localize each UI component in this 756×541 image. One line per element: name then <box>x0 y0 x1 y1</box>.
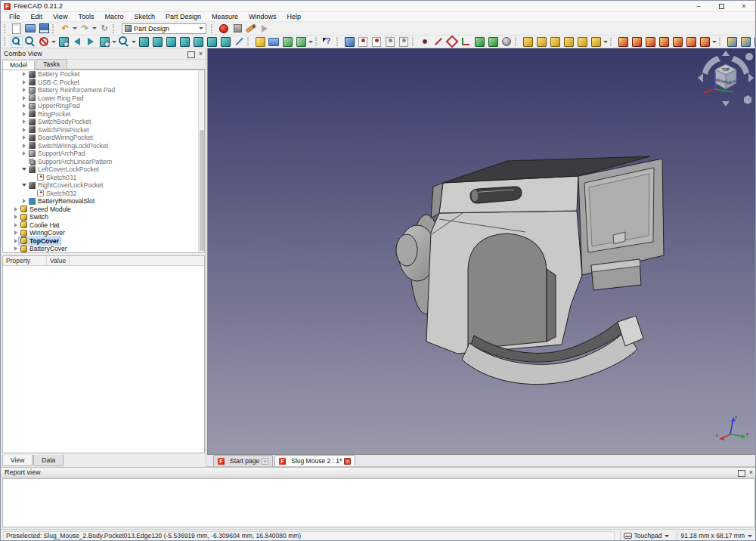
toolbar-handle[interactable] <box>211 24 215 33</box>
datum-point-icon[interactable] <box>419 36 431 48</box>
float-report-icon[interactable] <box>739 470 745 475</box>
tree-item-batterycover[interactable]: BatteryCover <box>3 245 204 253</box>
toolbar-handle[interactable] <box>247 37 251 46</box>
toolbar-handle[interactable] <box>412 37 416 46</box>
nav-style-selector[interactable]: Touchpad <box>624 532 674 539</box>
tree-expander[interactable] <box>20 119 27 124</box>
menu-file[interactable]: File <box>4 13 26 20</box>
view-front-icon[interactable] <box>151 36 163 48</box>
tree-item-supportarchpad[interactable]: SupportArchPad <box>3 150 204 158</box>
toolbar-handle[interactable] <box>719 37 723 46</box>
tree-expander[interactable] <box>20 104 27 108</box>
validate-sketch-icon[interactable] <box>398 36 410 48</box>
tree-item-leftcoverlockpocket[interactable]: LeftCoverLockPocket <box>3 165 204 174</box>
navcube-top-label[interactable]: TOP <box>722 67 730 72</box>
tree-expander[interactable] <box>20 168 27 171</box>
tree-expander[interactable] <box>20 135 27 140</box>
tab-view[interactable]: View <box>2 455 33 466</box>
3d-viewport[interactable]: TOP RIGHT REAR <box>207 48 756 455</box>
workbench-selector[interactable]: Part Design <box>122 23 206 34</box>
toolbar-handle[interactable] <box>4 24 8 33</box>
toolbar-handle[interactable] <box>52 24 56 33</box>
menu-edit[interactable]: Edit <box>26 13 48 20</box>
undo-dropdown[interactable] <box>72 23 78 34</box>
tree-item-seeed-module[interactable]: Seeed Module <box>3 206 204 214</box>
pad-icon[interactable] <box>522 36 534 48</box>
menu-help[interactable]: Help <box>282 13 307 20</box>
tree-item-sketch031[interactable]: Sketch031 <box>3 174 204 182</box>
revolution-icon[interactable] <box>535 36 547 48</box>
tree-expander[interactable] <box>12 207 19 212</box>
tab-model[interactable]: Model <box>2 60 35 70</box>
save-file-icon[interactable] <box>38 23 50 34</box>
tree-item-wiringcover[interactable]: WiringCover <box>3 229 204 237</box>
document-tab-start-page[interactable]: FStart page× <box>213 455 273 466</box>
subtractive-loft-icon[interactable] <box>658 36 670 48</box>
toolbar-handle[interactable] <box>4 37 8 46</box>
tree-item-battery-pocket[interactable]: Battery Pocket <box>3 70 204 79</box>
tree-item-batteryremovalslot[interactable]: BatteryRemovalSlot <box>3 197 204 206</box>
menu-measure[interactable]: Measure <box>206 13 243 20</box>
tree-expander[interactable] <box>20 199 27 203</box>
toolbar-handle[interactable] <box>336 37 340 46</box>
menu-part-design[interactable]: Part Design <box>160 13 206 20</box>
subtractive-helix-icon[interactable] <box>685 36 697 48</box>
polar-pattern-icon[interactable] <box>753 36 756 48</box>
additive-helix-icon[interactable] <box>576 36 588 48</box>
replace-link-icon[interactable] <box>295 36 307 48</box>
replace-link-dropdown[interactable] <box>308 36 314 48</box>
menu-tools[interactable]: Tools <box>73 13 99 20</box>
edit-sketch-icon[interactable] <box>370 36 383 48</box>
stereo-view-icon[interactable] <box>57 36 70 48</box>
draw-style-icon[interactable] <box>38 36 50 48</box>
create-sketch-icon[interactable] <box>357 36 369 48</box>
macro-edit-icon[interactable] <box>245 23 257 34</box>
view-right-icon[interactable] <box>178 36 191 48</box>
draw-style-dropdown[interactable] <box>51 36 57 48</box>
menu-macro[interactable]: Macro <box>99 13 129 20</box>
redo-icon[interactable] <box>79 23 91 34</box>
toolbar-handle[interactable] <box>113 24 116 33</box>
tab-tasks[interactable]: Tasks <box>36 59 67 69</box>
pocket-icon[interactable] <box>617 36 629 48</box>
create-group-icon[interactable] <box>268 36 280 48</box>
tree-item-upperringpad[interactable]: UpperRingPad <box>3 102 204 110</box>
tree-item-switchwiringlockpocket[interactable]: SwitchWiringLockPocket <box>3 142 204 150</box>
map-sketch-icon[interactable] <box>384 36 396 48</box>
float-panel-icon[interactable] <box>189 51 195 57</box>
tree-item-supportarchlinearpattern[interactable]: SupportArchLinearPattern <box>3 158 204 166</box>
tab-data[interactable]: Data <box>33 455 64 466</box>
nav-forward-icon[interactable] <box>85 36 97 48</box>
tree-expander[interactable] <box>20 151 27 156</box>
whats-this-icon[interactable] <box>322 36 334 48</box>
close-tab-icon[interactable]: × <box>344 458 351 465</box>
mirrored-pattern-icon[interactable] <box>726 36 738 48</box>
navigation-cube[interactable]: TOP RIGHT REAR <box>697 50 754 107</box>
tree-item-battery-reinforcement-pad[interactable]: Battery Reinforcement Pad <box>3 86 204 94</box>
subtractive-primitive-dropdown[interactable] <box>711 36 717 48</box>
fit-selection-icon[interactable] <box>24 36 36 48</box>
zoom-tools-icon[interactable] <box>118 36 130 48</box>
menu-view[interactable]: View <box>48 13 73 20</box>
macro-run-icon[interactable] <box>259 23 271 34</box>
subtractive-pipe-icon[interactable] <box>671 36 683 48</box>
tree-expander[interactable] <box>12 215 19 219</box>
minimize-button[interactable]: – <box>687 1 710 11</box>
tree-expander[interactable] <box>20 80 27 85</box>
toolbar-handle[interactable] <box>315 37 319 46</box>
view-rear-icon[interactable] <box>192 36 204 48</box>
create-body-icon[interactable] <box>343 36 355 48</box>
refresh-icon[interactable] <box>98 23 110 34</box>
viewport-dimensions[interactable]: 91.18 mm x 68.17 mm <box>680 532 756 539</box>
datum-line-icon[interactable] <box>432 36 445 48</box>
additive-loft-icon[interactable] <box>549 36 561 48</box>
tree-item-sketch032[interactable]: Sketch032 <box>3 190 204 198</box>
zoom-tools-dropdown[interactable] <box>131 36 137 48</box>
tree-expander[interactable] <box>12 246 19 251</box>
tree-item-rightcoverlockpocket[interactable]: RightCoverLockPocket <box>3 181 204 190</box>
document-tab-slug-mouse-2-1-[interactable]: FSlug Mouse 2 : 1*× <box>274 455 355 466</box>
tree-expander[interactable] <box>12 239 19 243</box>
tree-item-switch[interactable]: Switch <box>3 213 204 221</box>
subtractive-primitive-icon[interactable] <box>699 36 711 48</box>
tree-item-ringpocket[interactable]: RingPocket <box>3 110 204 119</box>
